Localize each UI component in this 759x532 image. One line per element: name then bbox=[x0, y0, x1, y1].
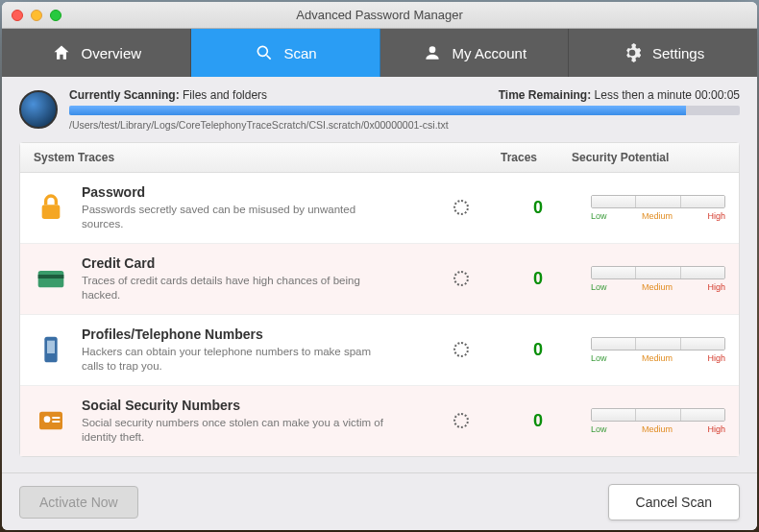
footer: Activate Now Cancel Scan bbox=[2, 472, 757, 530]
col-traces: Traces bbox=[466, 151, 572, 164]
tab-label: Overview bbox=[82, 45, 142, 61]
activate-button[interactable]: Activate Now bbox=[19, 486, 138, 519]
tab-settings[interactable]: Settings bbox=[569, 29, 757, 77]
phone-icon bbox=[34, 332, 68, 367]
svg-point-2 bbox=[428, 46, 435, 53]
svg-rect-11 bbox=[52, 421, 60, 423]
id-icon bbox=[34, 403, 68, 438]
svg-point-0 bbox=[257, 46, 267, 56]
card-icon bbox=[34, 261, 68, 296]
gear-icon bbox=[622, 42, 643, 63]
row-desc: Traces of credit cards details have high… bbox=[82, 274, 389, 302]
security-meter: LowMediumHigh bbox=[591, 337, 725, 363]
spinner-icon bbox=[453, 342, 469, 357]
svg-rect-4 bbox=[38, 271, 64, 287]
window-controls bbox=[12, 10, 61, 21]
svg-rect-3 bbox=[42, 206, 61, 220]
tab-label: Settings bbox=[652, 45, 704, 61]
svg-line-1 bbox=[266, 56, 270, 60]
scan-path: /Users/test/Library/Logs/CoreTelephonyTr… bbox=[69, 119, 740, 131]
row-desc: Social security numbers once stolen can … bbox=[82, 416, 389, 445]
table-row: Profiles/Telephone Numbers Hackers can o… bbox=[20, 315, 739, 386]
cancel-scan-button[interactable]: Cancel Scan bbox=[608, 484, 740, 520]
close-icon[interactable] bbox=[12, 10, 23, 21]
spinner-icon bbox=[453, 200, 469, 215]
svg-point-9 bbox=[44, 416, 51, 423]
tab-overview[interactable]: Overview bbox=[2, 29, 191, 77]
svg-rect-7 bbox=[47, 341, 55, 353]
tab-account[interactable]: My Account bbox=[380, 29, 570, 77]
security-meter: LowMediumHigh bbox=[591, 408, 725, 434]
lock-icon bbox=[34, 190, 68, 225]
security-meter: LowMediumHigh bbox=[591, 195, 725, 221]
scan-status-panel: Currently Scanning: Files and folders Ti… bbox=[19, 88, 740, 131]
table-row: Social Security Numbers Social security … bbox=[20, 386, 739, 456]
trace-count: 0 bbox=[485, 340, 591, 360]
tab-scan[interactable]: Scan bbox=[191, 29, 380, 77]
minimize-icon[interactable] bbox=[31, 10, 42, 21]
home-icon bbox=[51, 42, 72, 63]
scanning-label: Currently Scanning: Files and folders bbox=[69, 88, 267, 102]
svg-rect-10 bbox=[52, 417, 60, 419]
app-window: Advanced Password Manager Overview Scan … bbox=[2, 2, 757, 530]
table-row: Password Passwords secretly saved can be… bbox=[20, 173, 739, 244]
user-icon bbox=[422, 42, 443, 63]
col-security: Security Potential bbox=[572, 151, 725, 164]
table-row: Credit Card Traces of credit cards detai… bbox=[20, 244, 739, 315]
spinner-icon bbox=[453, 271, 469, 286]
row-desc: Passwords secretly saved can be misused … bbox=[82, 203, 389, 231]
titlebar: Advanced Password Manager bbox=[2, 2, 757, 29]
security-meter: LowMediumHigh bbox=[591, 266, 725, 292]
table-header: System Traces Traces Security Potential bbox=[20, 143, 739, 173]
spinner-icon bbox=[453, 413, 469, 428]
col-system-traces: System Traces bbox=[34, 151, 418, 164]
tab-label: Scan bbox=[284, 45, 317, 61]
progress-bar bbox=[69, 106, 740, 115]
window-title: Advanced Password Manager bbox=[2, 8, 757, 22]
tab-bar: Overview Scan My Account Settings bbox=[2, 29, 757, 77]
row-title: Credit Card bbox=[82, 255, 437, 271]
trace-count: 0 bbox=[485, 198, 591, 218]
svg-rect-5 bbox=[38, 275, 64, 278]
trace-count: 0 bbox=[485, 411, 591, 431]
search-icon bbox=[254, 42, 275, 63]
row-title: Password bbox=[82, 184, 437, 200]
row-desc: Hackers can obtain your telephone number… bbox=[82, 345, 389, 374]
trace-count: 0 bbox=[485, 269, 591, 289]
time-remaining: Time Remaining: Less then a minute 00:00… bbox=[499, 88, 740, 102]
content-area: Currently Scanning: Files and folders Ti… bbox=[2, 77, 757, 472]
row-title: Social Security Numbers bbox=[82, 398, 437, 413]
zoom-icon[interactable] bbox=[50, 10, 61, 21]
lens-icon bbox=[19, 90, 58, 129]
traces-table: System Traces Traces Security Potential … bbox=[19, 142, 740, 457]
tab-label: My Account bbox=[453, 45, 527, 61]
row-title: Profiles/Telephone Numbers bbox=[82, 326, 437, 342]
